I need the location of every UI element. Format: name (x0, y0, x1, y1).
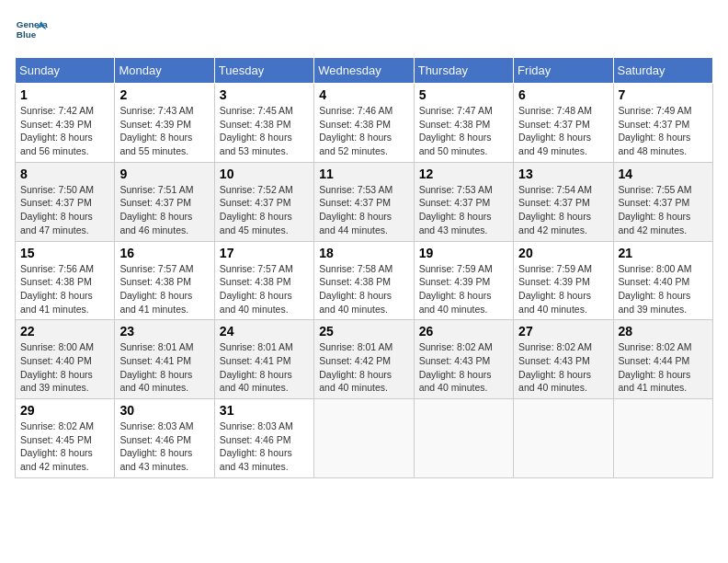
cell-info: Sunrise: 8:03 AMSunset: 4:46 PMDaylight:… (220, 420, 293, 472)
calendar-cell: 12 Sunrise: 7:53 AMSunset: 4:37 PMDaylig… (414, 162, 513, 241)
day-number: 25 (319, 324, 408, 339)
cell-info: Sunrise: 7:48 AMSunset: 4:37 PMDaylight:… (518, 105, 592, 156)
calendar-week-row: 29 Sunrise: 8:02 AMSunset: 4:45 PMDaylig… (16, 399, 713, 478)
day-number: 21 (619, 246, 708, 260)
calendar-cell: 20 Sunrise: 7:59 AMSunset: 4:39 PMDaylig… (514, 241, 613, 320)
cell-info: Sunrise: 7:59 AMSunset: 4:39 PMDaylight:… (419, 263, 493, 315)
day-number: 11 (319, 167, 408, 181)
weekday-header-thursday: Thursday (414, 58, 513, 84)
calendar-cell: 14 Sunrise: 7:55 AMSunset: 4:37 PMDaylig… (613, 162, 712, 241)
cell-info: Sunrise: 7:50 AMSunset: 4:37 PMDaylight:… (20, 184, 94, 236)
cell-info: Sunrise: 7:49 AMSunset: 4:37 PMDaylight:… (619, 105, 692, 156)
calendar-cell: 23 Sunrise: 8:01 AMSunset: 4:41 PMDaylig… (115, 320, 214, 399)
calendar-cell (613, 399, 712, 478)
cell-info: Sunrise: 7:53 AMSunset: 4:37 PMDaylight:… (419, 184, 493, 236)
calendar-cell: 10 Sunrise: 7:52 AMSunset: 4:37 PMDaylig… (214, 162, 313, 241)
weekday-header-tuesday: Tuesday (214, 58, 313, 84)
calendar-cell: 28 Sunrise: 8:02 AMSunset: 4:44 PMDaylig… (613, 320, 712, 399)
cell-info: Sunrise: 8:02 AMSunset: 4:44 PMDaylight:… (619, 341, 692, 393)
day-number: 5 (419, 87, 508, 102)
weekday-header-wednesday: Wednesday (314, 58, 414, 84)
calendar-cell: 24 Sunrise: 8:01 AMSunset: 4:41 PMDaylig… (214, 320, 313, 399)
cell-info: Sunrise: 7:42 AMSunset: 4:39 PMDaylight:… (20, 105, 94, 156)
day-number: 10 (220, 167, 309, 181)
cell-info: Sunrise: 8:01 AMSunset: 4:41 PMDaylight:… (119, 341, 193, 393)
weekday-header-friday: Friday (514, 58, 613, 84)
day-number: 17 (220, 246, 309, 260)
calendar-cell: 3 Sunrise: 7:45 AMSunset: 4:38 PMDayligh… (214, 84, 313, 163)
cell-info: Sunrise: 7:58 AMSunset: 4:38 PMDaylight:… (319, 263, 392, 315)
cell-info: Sunrise: 8:02 AMSunset: 4:43 PMDaylight:… (518, 341, 592, 393)
logo: General Blue (15, 15, 48, 48)
calendar-cell: 16 Sunrise: 7:57 AMSunset: 4:38 PMDaylig… (115, 241, 214, 320)
cell-info: Sunrise: 7:56 AMSunset: 4:38 PMDaylight:… (20, 263, 94, 315)
day-number: 9 (119, 167, 209, 181)
cell-info: Sunrise: 8:02 AMSunset: 4:43 PMDaylight:… (419, 341, 493, 393)
svg-text:Blue: Blue (17, 29, 37, 40)
cell-info: Sunrise: 7:54 AMSunset: 4:37 PMDaylight:… (518, 184, 592, 236)
cell-info: Sunrise: 7:55 AMSunset: 4:37 PMDaylight:… (619, 184, 692, 236)
day-number: 26 (419, 324, 508, 339)
calendar-cell: 5 Sunrise: 7:47 AMSunset: 4:38 PMDayligh… (414, 84, 513, 163)
calendar-week-row: 22 Sunrise: 8:00 AMSunset: 4:40 PMDaylig… (16, 320, 713, 399)
calendar-cell: 1 Sunrise: 7:42 AMSunset: 4:39 PMDayligh… (16, 84, 115, 163)
calendar-cell: 9 Sunrise: 7:51 AMSunset: 4:37 PMDayligh… (115, 162, 214, 241)
day-number: 2 (119, 87, 209, 102)
calendar-cell: 13 Sunrise: 7:54 AMSunset: 4:37 PMDaylig… (514, 162, 613, 241)
cell-info: Sunrise: 8:01 AMSunset: 4:41 PMDaylight:… (220, 341, 293, 393)
calendar-cell: 2 Sunrise: 7:43 AMSunset: 4:39 PMDayligh… (115, 84, 214, 163)
calendar-cell: 22 Sunrise: 8:00 AMSunset: 4:40 PMDaylig… (16, 320, 115, 399)
cell-info: Sunrise: 8:02 AMSunset: 4:45 PMDaylight:… (20, 420, 94, 472)
calendar-cell: 29 Sunrise: 8:02 AMSunset: 4:45 PMDaylig… (16, 399, 115, 478)
calendar-cell: 31 Sunrise: 8:03 AMSunset: 4:46 PMDaylig… (214, 399, 313, 478)
calendar-cell: 18 Sunrise: 7:58 AMSunset: 4:38 PMDaylig… (314, 241, 414, 320)
calendar-cell: 15 Sunrise: 7:56 AMSunset: 4:38 PMDaylig… (16, 241, 115, 320)
cell-info: Sunrise: 7:53 AMSunset: 4:37 PMDaylight:… (319, 184, 392, 236)
cell-info: Sunrise: 8:01 AMSunset: 4:42 PMDaylight:… (319, 341, 392, 393)
calendar-cell: 30 Sunrise: 8:03 AMSunset: 4:46 PMDaylig… (115, 399, 214, 478)
day-number: 27 (518, 324, 608, 339)
cell-info: Sunrise: 7:46 AMSunset: 4:38 PMDaylight:… (319, 105, 392, 156)
day-number: 18 (319, 246, 408, 260)
day-number: 8 (20, 167, 109, 181)
weekday-header-sunday: Sunday (16, 58, 115, 84)
calendar: SundayMondayTuesdayWednesdayThursdayFrid… (15, 57, 713, 478)
cell-info: Sunrise: 7:52 AMSunset: 4:37 PMDaylight:… (220, 184, 293, 236)
cell-info: Sunrise: 8:00 AMSunset: 4:40 PMDaylight:… (20, 341, 94, 393)
cell-info: Sunrise: 7:47 AMSunset: 4:38 PMDaylight:… (419, 105, 493, 156)
day-number: 23 (119, 324, 209, 339)
calendar-week-row: 1 Sunrise: 7:42 AMSunset: 4:39 PMDayligh… (16, 84, 713, 163)
calendar-cell: 27 Sunrise: 8:02 AMSunset: 4:43 PMDaylig… (514, 320, 613, 399)
calendar-cell: 6 Sunrise: 7:48 AMSunset: 4:37 PMDayligh… (514, 84, 613, 163)
calendar-cell: 7 Sunrise: 7:49 AMSunset: 4:37 PMDayligh… (613, 84, 712, 163)
day-number: 14 (619, 167, 708, 181)
calendar-cell (414, 399, 513, 478)
cell-info: Sunrise: 7:45 AMSunset: 4:38 PMDaylight:… (220, 105, 293, 156)
weekday-header-row: SundayMondayTuesdayWednesdayThursdayFrid… (16, 58, 713, 84)
weekday-header-saturday: Saturday (613, 58, 712, 84)
calendar-cell: 17 Sunrise: 7:57 AMSunset: 4:38 PMDaylig… (214, 241, 313, 320)
calendar-cell (514, 399, 613, 478)
day-number: 3 (220, 87, 309, 102)
day-number: 30 (119, 403, 209, 418)
weekday-header-monday: Monday (115, 58, 214, 84)
day-number: 28 (619, 324, 708, 339)
cell-info: Sunrise: 7:57 AMSunset: 4:38 PMDaylight:… (220, 263, 293, 315)
day-number: 4 (319, 87, 408, 102)
calendar-cell (314, 399, 414, 478)
cell-info: Sunrise: 7:43 AMSunset: 4:39 PMDaylight:… (119, 105, 193, 156)
day-number: 20 (518, 246, 608, 260)
calendar-cell: 4 Sunrise: 7:46 AMSunset: 4:38 PMDayligh… (314, 84, 414, 163)
cell-info: Sunrise: 8:03 AMSunset: 4:46 PMDaylight:… (119, 420, 193, 472)
logo-icon: General Blue (15, 15, 48, 48)
day-number: 1 (20, 87, 109, 102)
calendar-cell: 11 Sunrise: 7:53 AMSunset: 4:37 PMDaylig… (314, 162, 414, 241)
day-number: 12 (419, 167, 508, 181)
calendar-cell: 21 Sunrise: 8:00 AMSunset: 4:40 PMDaylig… (613, 241, 712, 320)
calendar-week-row: 15 Sunrise: 7:56 AMSunset: 4:38 PMDaylig… (16, 241, 713, 320)
day-number: 7 (619, 87, 708, 102)
day-number: 29 (20, 403, 109, 418)
day-number: 24 (220, 324, 309, 339)
calendar-cell: 19 Sunrise: 7:59 AMSunset: 4:39 PMDaylig… (414, 241, 513, 320)
header: General Blue (15, 15, 713, 48)
